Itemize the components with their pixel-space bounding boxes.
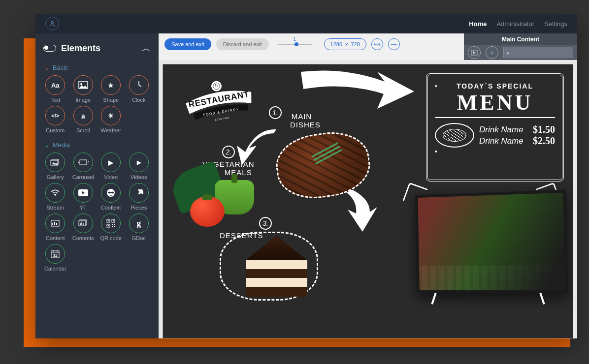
media-tools-grid: Gallery Carousel ▶Video ▶Videos Stream Y… (39, 152, 155, 276)
tool-content[interactable]: Content (41, 213, 69, 241)
play-slide-button[interactable] (468, 46, 481, 59)
design-canvas[interactable]: RESTAURANT FOOD & DRINKS ESTD 1861 1. (163, 64, 573, 338)
tool-pieces[interactable]: Pieces (125, 183, 153, 211)
sun-icon: ☀ (101, 106, 121, 125)
dessert-image[interactable] (220, 232, 318, 301)
sidebar-header[interactable]: Elements ︿ (39, 39, 155, 61)
arrows-h-icon (374, 42, 381, 47)
tool-gdoc[interactable]: gGDoc (125, 213, 153, 241)
add-slide-button[interactable]: + (486, 46, 498, 59)
svg-rect-14 (79, 221, 86, 226)
sidebar-title: Elements (61, 43, 137, 54)
tool-video[interactable]: ▶Video (97, 152, 125, 180)
zoom-value: 1 (294, 36, 296, 42)
more-button[interactable]: ••• (388, 38, 400, 50)
svg-text:31: 31 (53, 254, 57, 257)
svg-rect-21 (112, 224, 113, 225)
editor-area: Save and exit Discard and exit 1 1280 x … (159, 33, 577, 338)
svg-rect-20 (108, 225, 109, 226)
tool-shape[interactable]: ★Shape (97, 75, 125, 103)
drink2-price: $2.50 (533, 135, 555, 147)
top-nav: Home Administrator Settings (469, 20, 567, 28)
tv-leg-icon (431, 293, 436, 304)
nav-home[interactable]: Home (469, 20, 487, 28)
play-circle-icon: ▶ (129, 152, 149, 172)
tool-weather[interactable]: ☀Weather (97, 106, 125, 133)
step-3-number[interactable]: 3. (259, 217, 272, 230)
tool-image[interactable]: Image (69, 75, 98, 103)
drink1-name: Drink Name (479, 125, 524, 135)
svg-point-11 (111, 192, 113, 194)
save-button[interactable]: Save and exit (164, 38, 211, 50)
label-main-dishes[interactable]: MAINDISHES (283, 113, 321, 129)
nav-administrator[interactable]: Administrator (496, 20, 534, 28)
star-icon: ★ (101, 75, 121, 95)
tool-calendar[interactable]: 31Calendar (41, 244, 69, 272)
menu-today: TODAY`S SPECIAL (435, 82, 555, 90)
svg-point-10 (108, 192, 110, 194)
tool-contents[interactable]: Contents (69, 213, 98, 241)
svg-point-6 (55, 195, 56, 196)
tool-gallery[interactable]: Gallery (41, 152, 69, 180)
timeline-track[interactable]: ▸ (503, 47, 573, 58)
menu-title: MENU (435, 90, 555, 118)
editor-toolbar: Save and exit Discard and exit 1 1280 x … (159, 33, 464, 60)
timeline-panel: Main Content + ▸ (464, 33, 577, 60)
play-icon: ▶ (101, 152, 121, 172)
tv-video[interactable] (415, 189, 568, 293)
app-window: Home Administrator Settings Elements ︿ ⌄… (35, 14, 577, 338)
tool-carousel[interactable]: Carousel (69, 152, 98, 180)
section-media[interactable]: ⌄ Media (39, 138, 155, 152)
svg-point-2 (80, 83, 82, 85)
zoom-slider[interactable]: 1 (278, 38, 312, 50)
calendar-icon: 31 (45, 244, 65, 264)
banner-est: ESTD 1861 (215, 116, 229, 121)
tv-leg-icon (539, 293, 545, 304)
plus-icon: + (490, 49, 494, 57)
tool-yt[interactable]: YT (69, 183, 98, 211)
svg-rect-5 (80, 160, 87, 165)
dimensions-pill[interactable]: 1280 x 720 (324, 38, 366, 50)
discard-button[interactable]: Discard and exit (216, 38, 269, 50)
chart-icon (45, 213, 65, 233)
tool-cooltext[interactable]: Cooltext (97, 183, 125, 211)
tool-stream[interactable]: Stream (41, 183, 69, 211)
section-basic[interactable]: ⌄ Basic (39, 61, 155, 75)
toggle-icon (43, 45, 56, 52)
dots-icon: ••• (391, 41, 397, 47)
code-icon: </> (45, 106, 65, 125)
qr-icon (101, 213, 121, 233)
tool-clock[interactable]: Clock (125, 75, 153, 103)
youtube-icon (73, 183, 93, 203)
tool-scroll[interactable]: aScroll (69, 106, 98, 133)
special-menu-frame[interactable]: TODAY`S SPECIAL MENU Drink Name$1.50 Dri… (426, 73, 564, 182)
fit-width-button[interactable] (371, 38, 383, 50)
arrow-large-icon (296, 64, 419, 114)
restaurant-banner[interactable]: RESTAURANT FOOD & DRINKS ESTD 1861 (176, 73, 262, 130)
svg-rect-19 (113, 220, 114, 221)
user-avatar[interactable] (45, 17, 59, 30)
play-box-icon (471, 50, 478, 56)
svg-rect-22 (114, 224, 115, 225)
gallery-icon (45, 152, 65, 172)
tool-qrcode[interactable]: QR code (97, 213, 125, 241)
timeline-title: Main Content (464, 33, 577, 45)
step-2-number[interactable]: 2. (222, 146, 235, 158)
nav-settings[interactable]: Settings (544, 20, 567, 28)
step-1-number[interactable]: 1. (269, 106, 282, 119)
tool-custom[interactable]: </>Custom (41, 106, 69, 133)
drink1-price: $1.50 (533, 124, 555, 135)
carousel-icon (73, 152, 93, 172)
svg-point-0 (51, 21, 54, 24)
svg-point-28 (210, 80, 222, 92)
tool-videos[interactable]: ▶Videos (125, 152, 153, 180)
charts-icon (73, 213, 93, 233)
top-bar: Home Administrator Settings (35, 14, 577, 33)
plate-icon (435, 123, 474, 148)
arrow-3-icon (340, 185, 385, 234)
vegetables-image[interactable] (168, 168, 257, 232)
svg-rect-18 (108, 220, 109, 221)
svg-rect-24 (114, 226, 115, 227)
scroll-icon: a (73, 106, 93, 125)
tool-text[interactable]: AaText (41, 75, 69, 103)
